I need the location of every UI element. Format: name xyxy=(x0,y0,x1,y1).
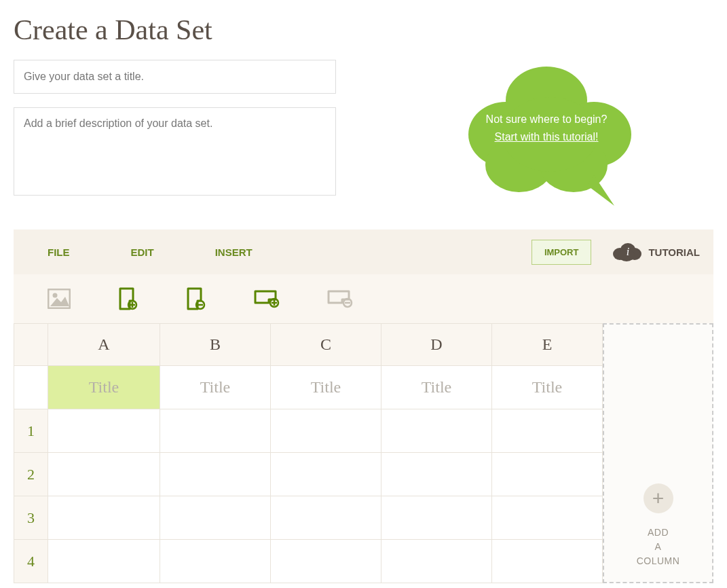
data-cell[interactable] xyxy=(160,453,271,496)
menu-bar: FILE EDIT INSERT IMPORT i TUTORIAL xyxy=(14,229,713,274)
menu-file[interactable]: FILE xyxy=(48,246,70,258)
column-header[interactable]: C xyxy=(271,324,381,366)
data-cell[interactable] xyxy=(160,540,271,583)
data-cell[interactable] xyxy=(381,540,492,583)
column-header[interactable]: E xyxy=(492,324,603,366)
cloud-info-icon: i xyxy=(612,242,641,262)
menu-insert[interactable]: INSERT xyxy=(215,246,253,258)
data-cell[interactable] xyxy=(271,453,381,496)
row-header[interactable]: 4 xyxy=(14,540,48,583)
tutorial-bubble: ✕ Not sure where to begin? Start with th… xyxy=(458,60,641,212)
column-title-cell[interactable]: Title xyxy=(271,366,381,409)
svg-text:i: i xyxy=(627,246,629,257)
add-row-icon[interactable] xyxy=(254,289,280,308)
icon-toolbar xyxy=(14,274,713,323)
import-button[interactable]: IMPORT xyxy=(532,240,592,265)
data-cell[interactable] xyxy=(271,540,381,583)
tutorial-button[interactable]: i TUTORIAL xyxy=(612,242,700,262)
title-row-header xyxy=(14,366,48,409)
tutorial-label: TUTORIAL xyxy=(648,246,700,258)
data-cell[interactable] xyxy=(48,496,160,540)
remove-row-icon[interactable] xyxy=(327,289,353,308)
add-column-label: ADD A COLUMN xyxy=(637,526,680,568)
data-cell[interactable] xyxy=(48,540,160,583)
plus-icon: + xyxy=(644,483,673,513)
data-cell[interactable] xyxy=(271,409,381,453)
page-title: Create a Data Set xyxy=(14,14,713,46)
dataset-title-input[interactable] xyxy=(14,60,336,94)
add-column-icon[interactable] xyxy=(118,287,138,310)
column-title-cell[interactable]: Title xyxy=(492,366,603,409)
image-icon[interactable] xyxy=(48,289,71,309)
column-title-cell[interactable]: Title xyxy=(48,366,160,409)
add-column-button[interactable]: + ADD A COLUMN xyxy=(603,323,713,583)
data-grid[interactable]: A B C D E Title Title Title Title Title … xyxy=(14,323,603,583)
column-title-cell[interactable]: Title xyxy=(160,366,271,409)
menu-edit[interactable]: EDIT xyxy=(131,246,154,258)
data-cell[interactable] xyxy=(381,409,492,453)
dataset-description-input[interactable] xyxy=(14,107,336,196)
data-cell[interactable] xyxy=(381,453,492,496)
data-cell[interactable] xyxy=(492,453,603,496)
data-cell[interactable] xyxy=(48,453,160,496)
column-header[interactable]: B xyxy=(160,324,271,366)
column-header[interactable]: D xyxy=(381,324,492,366)
row-header[interactable]: 3 xyxy=(14,496,48,540)
column-title-cell[interactable]: Title xyxy=(381,366,492,409)
column-header[interactable]: A xyxy=(48,324,160,366)
data-cell[interactable] xyxy=(492,496,603,540)
remove-column-icon[interactable] xyxy=(186,287,206,310)
close-bubble-icon[interactable]: ✕ xyxy=(596,86,608,102)
svg-point-12 xyxy=(53,293,58,298)
data-cell[interactable] xyxy=(381,496,492,540)
data-cell[interactable] xyxy=(160,409,271,453)
data-cell[interactable] xyxy=(492,540,603,583)
data-cell[interactable] xyxy=(160,496,271,540)
data-cell[interactable] xyxy=(492,409,603,453)
row-header[interactable]: 1 xyxy=(14,409,48,453)
data-cell[interactable] xyxy=(48,409,160,453)
grid-corner xyxy=(14,324,48,366)
bubble-text: Not sure where to begin? xyxy=(486,113,608,125)
row-header[interactable]: 2 xyxy=(14,453,48,496)
start-tutorial-link[interactable]: Start with this tutorial! xyxy=(495,131,599,143)
data-cell[interactable] xyxy=(271,496,381,540)
